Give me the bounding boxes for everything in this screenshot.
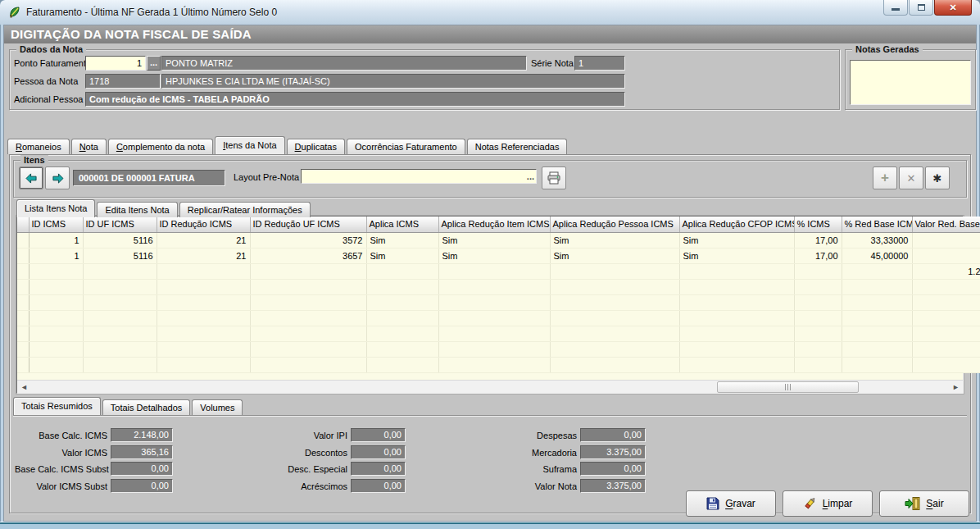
grid-cell[interactable]	[912, 279, 980, 294]
grid-cell[interactable]	[842, 326, 912, 341]
scroll-right-icon[interactable]: ►	[950, 381, 962, 393]
totais-tab-totais-detalhados[interactable]: Totais Detalhados	[102, 399, 190, 415]
delete-item-button[interactable]: ✕	[899, 166, 923, 189]
layout-pre-nota-browse-button[interactable]: ...	[527, 170, 534, 183]
grid-cell[interactable]	[794, 294, 842, 310]
grid-cell[interactable]	[912, 310, 980, 326]
grid-cell[interactable]	[29, 263, 83, 279]
grid-cell[interactable]	[157, 310, 250, 326]
grid-cell[interactable]	[366, 326, 438, 341]
grid-cell[interactable]: Sim	[366, 232, 438, 248]
grid-cell[interactable]	[794, 357, 842, 372]
grid-cell[interactable]	[83, 341, 157, 357]
grid-cell[interactable]: Sim	[366, 248, 438, 263]
add-item-button[interactable]: +	[873, 166, 897, 189]
grid-cell[interactable]	[679, 279, 794, 294]
grid-cell[interactable]	[794, 341, 842, 357]
grid-cell[interactable]: Sim	[679, 248, 794, 263]
grid-cell[interactable]	[250, 341, 366, 357]
grid-cell[interactable]	[679, 294, 794, 310]
item-tab-edita-itens-nota[interactable]: Edita Itens Nota	[97, 202, 177, 217]
grid-cell[interactable]: 5116	[83, 248, 157, 263]
grid-cell[interactable]: Sim	[679, 232, 794, 248]
table-row[interactable]: 15116213657SimSimSimSim17,0045,00000393,…	[17, 248, 980, 263]
grid-cell[interactable]: 833,25	[912, 232, 980, 248]
grid-cell[interactable]: Sim	[438, 248, 550, 263]
grid-cell[interactable]: 393,75	[912, 248, 980, 263]
grid-cell[interactable]	[794, 310, 842, 326]
previous-record-button[interactable]	[19, 166, 43, 189]
grid-cell[interactable]: 3657	[250, 248, 366, 263]
grid-cell[interactable]	[157, 263, 250, 279]
grid-cell[interactable]	[250, 326, 366, 341]
grid-cell[interactable]	[366, 279, 438, 294]
grid-cell[interactable]	[550, 279, 679, 294]
grid-cell[interactable]	[438, 341, 550, 357]
tab-ocorrencias-faturamento[interactable]: Ocorrências Faturamento	[347, 139, 465, 154]
grid-col-header-icms[interactable]: % ICMS	[794, 217, 842, 232]
grid-cell[interactable]	[366, 263, 438, 279]
ponto-faturamento-browse-button[interactable]: ...	[147, 56, 161, 71]
grid-cell[interactable]: 33,33000	[842, 232, 912, 248]
tab-itens-da-nota[interactable]: Itens da Nota	[215, 136, 284, 154]
grid-cell[interactable]	[550, 310, 679, 326]
scroll-left-icon[interactable]: ◄	[18, 381, 30, 393]
grid-cell[interactable]: Sim	[438, 232, 550, 248]
grid-cell[interactable]	[157, 294, 250, 310]
grid-cell[interactable]	[679, 310, 794, 326]
grid-cell[interactable]	[366, 357, 438, 372]
close-button[interactable]: ✕	[934, 0, 972, 16]
grid-cell[interactable]	[842, 279, 912, 294]
grid-cell[interactable]	[83, 294, 157, 310]
grid-cell[interactable]	[438, 279, 550, 294]
grid-cell[interactable]: 17,00	[794, 248, 842, 263]
grid-cell[interactable]	[157, 357, 250, 372]
item-tab-lista-itens-nota[interactable]: Lista Itens Nota	[16, 199, 95, 217]
grid-col-header-aplica-reducao-pessoa-icms[interactable]: Aplica Redução Pessoa ICMS	[550, 217, 679, 232]
grid-cell[interactable]	[550, 341, 679, 357]
grid-cell[interactable]	[366, 341, 438, 357]
grid-cell[interactable]: 5116	[83, 232, 157, 248]
layout-pre-nota-input[interactable]: ...	[301, 169, 537, 184]
grid-col-header-red-base-icms[interactable]: % Red Base ICMS	[842, 217, 912, 232]
grid-col-header-valor-red-base-calc-icms[interactable]: Valor Red. Base Calc ICMS	[912, 217, 980, 232]
grid-cell[interactable]	[83, 326, 157, 341]
grid-cell[interactable]	[366, 310, 438, 326]
totais-tab-volumes[interactable]: Volumes	[192, 399, 243, 415]
grid-cell[interactable]	[679, 263, 794, 279]
grid-cell[interactable]	[842, 310, 912, 326]
table-row[interactable]: 1.227,000000	[17, 263, 980, 279]
grid-col-header-aplica-icms[interactable]: Aplica ICMS	[366, 217, 438, 232]
grid-cell[interactable]: 1	[29, 232, 83, 248]
grid-cell[interactable]	[157, 326, 250, 341]
grid-cell[interactable]: 45,00000	[842, 248, 912, 263]
settings-button[interactable]: ✱	[925, 166, 950, 189]
gravar-button[interactable]: Gravar	[686, 490, 776, 517]
grid-cell[interactable]	[29, 294, 83, 310]
grid-cell[interactable]	[794, 279, 842, 294]
grid-cell[interactable]	[842, 357, 912, 372]
grid-col-header-aplica-reducao-item-icms[interactable]: Aplica Redução Item ICMS	[438, 217, 550, 232]
grid-cell[interactable]	[29, 357, 83, 372]
grid-cell[interactable]	[794, 263, 842, 279]
grid-cell[interactable]	[679, 326, 794, 341]
grid-cell[interactable]	[679, 341, 794, 357]
table-row[interactable]	[17, 310, 980, 326]
grid-cell[interactable]	[157, 341, 250, 357]
table-row[interactable]: 15116213572SimSimSimSim17,0033,33000833,…	[17, 232, 980, 248]
limpar-button[interactable]: Limpar	[783, 490, 873, 517]
tab-romaneios[interactable]: Romaneios	[7, 139, 70, 154]
grid-cell[interactable]	[83, 357, 157, 372]
grid-cell[interactable]: Sim	[550, 232, 679, 248]
horizontal-scrollbar[interactable]: ◄ ►	[17, 380, 963, 393]
grid-cell[interactable]	[550, 326, 679, 341]
print-button[interactable]	[542, 166, 566, 189]
grid-cell[interactable]: 17,00	[794, 232, 842, 248]
minimize-button[interactable]	[883, 0, 908, 16]
grid-cell[interactable]	[679, 357, 794, 372]
table-row[interactable]	[17, 326, 980, 341]
grid-cell[interactable]: 1	[29, 248, 83, 263]
grid-cell[interactable]	[250, 294, 366, 310]
grid-cell[interactable]	[912, 357, 980, 372]
grid-col-header-id-uf-icms[interactable]: ID UF ICMS	[83, 217, 157, 232]
